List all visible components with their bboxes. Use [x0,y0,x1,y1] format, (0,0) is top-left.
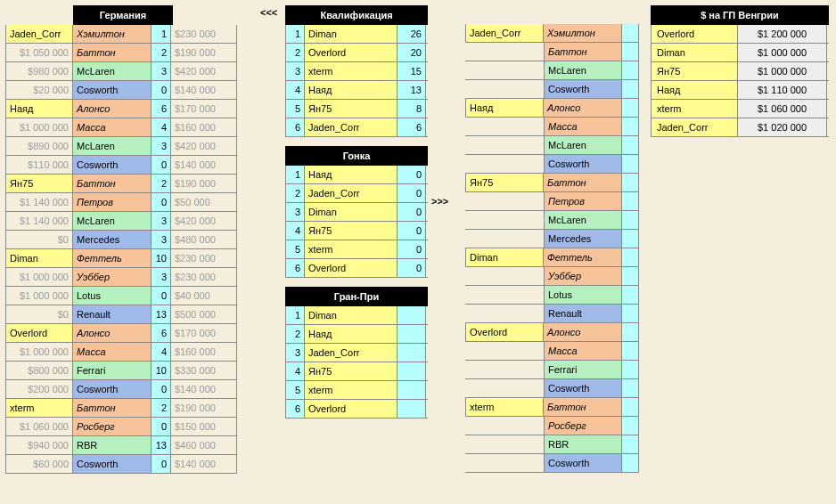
rank-cell: 6 [285,118,305,136]
empty-cell [465,61,544,79]
pick-cost: $190 000 [171,44,237,61]
pick-name: Ferrari [73,362,152,379]
pick-pts [622,99,639,117]
pick-pts [622,174,639,191]
pick-name: Cosworth [73,455,152,473]
standing-row: 4Ян750 [285,222,428,240]
player-cell: Ян75 [305,100,398,118]
pick-name: Renault [73,305,152,323]
pick-name: Cosworth [544,379,622,397]
owner-cell: Наяд [465,99,544,117]
money-cell: $0 [5,231,73,248]
pick-cost: $160 000 [171,118,237,136]
pick-pts: 2 [152,175,171,192]
standing-row: 4Наяд13 [285,81,428,100]
pick-name: Баттон [544,174,622,191]
empty-cell [465,192,544,210]
picks-row: Lotus [465,286,639,305]
pick-pts: 3 [152,212,171,230]
player-cell: Overlord [305,44,398,61]
pick-name: Cosworth [544,155,622,173]
player-cell: Наяд [305,166,398,183]
pick-pts [622,43,639,61]
budget-value: $1 020 000 [738,118,827,136]
pick-name: Баттон [73,175,152,192]
pick-name: McLaren [544,211,622,229]
money-cell: $200 000 [5,380,73,398]
pick-pts: 4 [152,118,171,136]
budget-player: Overlord [651,25,738,43]
picks-row: Росберг [465,417,639,435]
empty-cell [465,211,544,229]
picks-row: DimanФеттель [465,248,639,267]
pick-cost: $500 000 [171,305,237,323]
standing-row: 3Jaden_Corr [285,344,428,362]
picks-row: НаядАлонсо [465,99,639,118]
player-cell: xterm [305,240,398,258]
gp-title: Гран-При [285,287,428,306]
picks-row: Масса [465,118,639,136]
owner-cell: xterm [5,399,73,417]
pick-name: Mercedes [73,231,152,248]
pick-pts: 10 [152,362,171,379]
germany-row: $800 000Ferrari10$330 000 [5,362,237,380]
budget-row: Overlord$1 200 000 [651,25,829,44]
standing-row: 1Наяд0 [285,166,428,184]
money-cell: $1 140 000 [5,212,73,230]
picks-row: Уэббер [465,267,639,286]
picks-row: Cosworth [465,80,639,99]
germany-row: DimanФеттель10$230 000 [5,249,237,268]
empty-cell [465,305,544,322]
rank-cell: 3 [285,62,305,80]
player-cell: Overlord [305,259,398,277]
pick-name: Петров [544,192,622,210]
pick-cost: $140 000 [171,455,237,473]
points-cell: 20 [398,44,426,61]
rank-cell: 1 [285,25,305,43]
germany-row: $1 000 000Уэббер3$230 000 [5,268,237,287]
pick-pts: 0 [152,418,171,435]
budget-value: $1 200 000 [738,25,827,43]
money-cell: $1 140 000 [5,193,73,211]
arrow-left: <<< [260,7,277,18]
budget-panel: $ на ГП Венгрии Overlord$1 200 000Diman$… [651,5,829,137]
pick-pts: 6 [152,324,171,342]
germany-row: $110 000Cosworth0$140 000 [5,156,237,175]
pick-name: Ferrari [544,361,622,378]
money-cell: $20 000 [5,81,73,99]
points-cell: 0 [398,184,426,202]
empty-cell [465,454,544,472]
germany-row: $1 140 000Петров0$50 000 [5,193,237,212]
race-block: Гонка 1Наяд02Jaden_Corr03Diman04Ян7505xt… [285,146,428,278]
germany-row: $1 000 000Масса4$160 000 [5,343,237,362]
pick-pts [622,230,639,248]
budget-player: Diman [651,44,738,61]
money-cell: $940 000 [5,436,73,454]
points-cell: 0 [398,203,426,221]
budget-row: Jaden_Corr$1 020 000 [651,118,829,137]
rank-cell: 6 [285,400,305,418]
standing-row: 1Diman [285,306,428,325]
germany-row: $1 060 000Росберг0$150 000 [5,418,237,436]
pick-pts: 1 [152,25,171,43]
empty-cell [465,267,544,285]
rank-cell: 3 [285,203,305,221]
pick-name: Cosworth [544,80,622,98]
picks-row: Jaden_CorrХэмилтон [465,24,639,43]
money-cell: $1 000 000 [5,118,73,136]
pick-pts [622,192,639,210]
money-cell: $1 050 000 [5,44,73,61]
pick-pts: 2 [152,44,171,61]
pick-cost: $140 000 [171,380,237,398]
pick-cost: $40 000 [171,287,237,305]
points-cell [398,362,426,380]
pick-name: Cosworth [73,156,152,174]
germany-row: $20 000Cosworth0$140 000 [5,81,237,100]
pick-name: Алонсо [73,100,152,118]
pick-name: McLaren [73,62,152,80]
empty-cell [465,80,544,98]
budget-player: Ян75 [651,62,738,80]
player-cell: Diman [305,203,398,221]
empty-cell [465,43,544,61]
pick-name: Росберг [544,417,622,435]
